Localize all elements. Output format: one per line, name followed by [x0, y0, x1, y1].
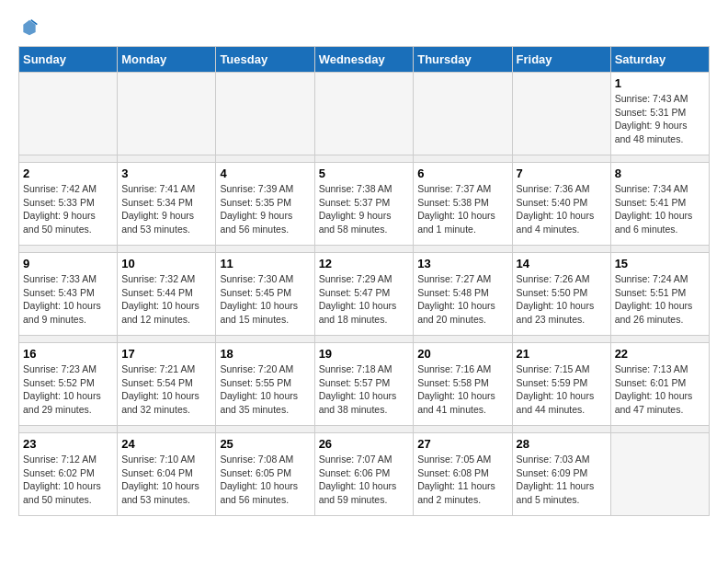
calendar-week-1: 1Sunrise: 7:43 AM Sunset: 5:31 PM Daylig…: [19, 73, 710, 155]
calendar-week-5: 23Sunrise: 7:12 AM Sunset: 6:02 PM Dayli…: [19, 433, 710, 516]
day-number: 10: [121, 257, 211, 270]
day-info: Sunrise: 7:42 AM Sunset: 5:33 PM Dayligh…: [23, 182, 113, 236]
calendar-cell: 13Sunrise: 7:27 AM Sunset: 5:48 PM Dayli…: [414, 253, 512, 336]
day-number: 7: [517, 167, 607, 180]
weekday-header-wednesday: Wednesday: [314, 47, 414, 73]
day-info: Sunrise: 7:23 AM Sunset: 5:52 PM Dayligh…: [23, 362, 113, 417]
calendar-cell: [118, 73, 216, 155]
day-info: Sunrise: 7:41 AM Sunset: 5:34 PM Dayligh…: [121, 182, 211, 236]
week-separator: [19, 155, 710, 163]
calendar-week-3: 9Sunrise: 7:33 AM Sunset: 5:43 PM Daylig…: [19, 253, 710, 336]
day-info: Sunrise: 7:10 AM Sunset: 6:04 PM Dayligh…: [121, 453, 211, 507]
calendar-cell: 3Sunrise: 7:41 AM Sunset: 5:34 PM Daylig…: [118, 163, 216, 246]
calendar-week-2: 2Sunrise: 7:42 AM Sunset: 5:33 PM Daylig…: [19, 163, 710, 246]
day-number: 4: [220, 167, 310, 180]
calendar-cell: 6Sunrise: 7:37 AM Sunset: 5:38 PM Daylig…: [414, 163, 512, 246]
week-separator: [19, 336, 710, 343]
day-info: Sunrise: 7:15 AM Sunset: 5:59 PM Dayligh…: [517, 362, 607, 417]
day-info: Sunrise: 7:39 AM Sunset: 5:35 PM Dayligh…: [220, 182, 310, 236]
day-number: 22: [615, 347, 705, 361]
weekday-header-thursday: Thursday: [414, 47, 512, 73]
day-info: Sunrise: 7:03 AM Sunset: 6:09 PM Dayligh…: [517, 453, 607, 507]
day-info: Sunrise: 7:21 AM Sunset: 5:54 PM Dayligh…: [121, 362, 211, 417]
calendar-cell: [19, 73, 118, 155]
day-info: Sunrise: 7:34 AM Sunset: 5:41 PM Dayligh…: [615, 182, 705, 236]
calendar-cell: 10Sunrise: 7:32 AM Sunset: 5:44 PM Dayli…: [118, 253, 216, 336]
day-number: 16: [23, 347, 113, 361]
calendar-cell: 7Sunrise: 7:36 AM Sunset: 5:40 PM Daylig…: [512, 163, 610, 246]
day-info: Sunrise: 7:27 AM Sunset: 5:48 PM Dayligh…: [417, 272, 507, 327]
calendar-cell: 22Sunrise: 7:13 AM Sunset: 6:01 PM Dayli…: [610, 343, 709, 426]
day-info: Sunrise: 7:12 AM Sunset: 6:02 PM Dayligh…: [23, 453, 113, 507]
day-number: 21: [517, 347, 607, 361]
calendar-cell: 19Sunrise: 7:18 AM Sunset: 5:57 PM Dayli…: [314, 343, 414, 426]
calendar-cell: [414, 73, 512, 155]
calendar-week-4: 16Sunrise: 7:23 AM Sunset: 5:52 PM Dayli…: [19, 343, 710, 426]
week-separator: [19, 246, 710, 253]
day-number: 26: [319, 437, 410, 451]
day-info: Sunrise: 7:16 AM Sunset: 5:58 PM Dayligh…: [417, 362, 507, 417]
calendar-cell: 26Sunrise: 7:07 AM Sunset: 6:06 PM Dayli…: [314, 433, 414, 516]
day-info: Sunrise: 7:20 AM Sunset: 5:55 PM Dayligh…: [220, 362, 310, 417]
day-number: 13: [417, 257, 507, 270]
day-info: Sunrise: 7:24 AM Sunset: 5:51 PM Dayligh…: [615, 272, 705, 327]
day-number: 23: [23, 437, 113, 451]
calendar-cell: 2Sunrise: 7:42 AM Sunset: 5:33 PM Daylig…: [19, 163, 118, 246]
day-number: 27: [417, 437, 507, 451]
weekday-header-friday: Friday: [512, 47, 610, 73]
day-number: 9: [23, 257, 113, 270]
calendar-cell: 11Sunrise: 7:30 AM Sunset: 5:45 PM Dayli…: [216, 253, 314, 336]
calendar-cell: 20Sunrise: 7:16 AM Sunset: 5:58 PM Dayli…: [414, 343, 512, 426]
day-info: Sunrise: 7:30 AM Sunset: 5:45 PM Dayligh…: [220, 272, 310, 327]
day-number: 2: [23, 167, 113, 180]
day-info: Sunrise: 7:37 AM Sunset: 5:38 PM Dayligh…: [417, 182, 507, 236]
day-number: 3: [121, 167, 211, 180]
day-number: 11: [220, 257, 310, 270]
day-info: Sunrise: 7:18 AM Sunset: 5:57 PM Dayligh…: [319, 362, 410, 417]
calendar-cell: 24Sunrise: 7:10 AM Sunset: 6:04 PM Dayli…: [118, 433, 216, 516]
week-separator: [19, 426, 710, 433]
day-number: 14: [517, 257, 607, 270]
day-number: 20: [417, 347, 507, 361]
calendar-cell: 14Sunrise: 7:26 AM Sunset: 5:50 PM Dayli…: [512, 253, 610, 336]
day-number: 1: [615, 76, 705, 90]
day-number: 12: [319, 257, 410, 270]
weekday-header-tuesday: Tuesday: [216, 47, 314, 73]
weekday-header-saturday: Saturday: [610, 47, 709, 73]
calendar-cell: [512, 73, 610, 155]
logo: [18, 18, 39, 37]
day-info: Sunrise: 7:26 AM Sunset: 5:50 PM Dayligh…: [517, 272, 607, 327]
calendar-cell: 18Sunrise: 7:20 AM Sunset: 5:55 PM Dayli…: [216, 343, 314, 426]
calendar-cell: 17Sunrise: 7:21 AM Sunset: 5:54 PM Dayli…: [118, 343, 216, 426]
day-info: Sunrise: 7:13 AM Sunset: 6:01 PM Dayligh…: [615, 362, 705, 417]
day-info: Sunrise: 7:07 AM Sunset: 6:06 PM Dayligh…: [319, 453, 410, 507]
day-number: 17: [121, 347, 211, 361]
day-info: Sunrise: 7:32 AM Sunset: 5:44 PM Dayligh…: [121, 272, 211, 327]
day-info: Sunrise: 7:33 AM Sunset: 5:43 PM Dayligh…: [23, 272, 113, 327]
day-number: 19: [319, 347, 410, 361]
day-info: Sunrise: 7:38 AM Sunset: 5:37 PM Dayligh…: [319, 182, 410, 236]
day-number: 8: [615, 167, 705, 180]
day-number: 24: [121, 437, 211, 451]
day-number: 6: [417, 167, 507, 180]
weekday-header-monday: Monday: [118, 47, 216, 73]
calendar-cell: 15Sunrise: 7:24 AM Sunset: 5:51 PM Dayli…: [610, 253, 709, 336]
calendar-cell: 25Sunrise: 7:08 AM Sunset: 6:05 PM Dayli…: [216, 433, 314, 516]
calendar-cell: 1Sunrise: 7:43 AM Sunset: 5:31 PM Daylig…: [610, 73, 709, 155]
calendar-cell: 12Sunrise: 7:29 AM Sunset: 5:47 PM Dayli…: [314, 253, 414, 336]
calendar-cell: [610, 433, 709, 516]
calendar-table: SundayMondayTuesdayWednesdayThursdayFrid…: [18, 46, 710, 516]
day-info: Sunrise: 7:29 AM Sunset: 5:47 PM Dayligh…: [319, 272, 410, 327]
calendar-cell: 27Sunrise: 7:05 AM Sunset: 6:08 PM Dayli…: [414, 433, 512, 516]
calendar-cell: 23Sunrise: 7:12 AM Sunset: 6:02 PM Dayli…: [19, 433, 118, 516]
calendar-cell: 8Sunrise: 7:34 AM Sunset: 5:41 PM Daylig…: [610, 163, 709, 246]
day-number: 15: [615, 257, 705, 270]
day-number: 25: [220, 437, 310, 451]
day-number: 5: [319, 167, 410, 180]
calendar-cell: 9Sunrise: 7:33 AM Sunset: 5:43 PM Daylig…: [19, 253, 118, 336]
day-info: Sunrise: 7:08 AM Sunset: 6:05 PM Dayligh…: [220, 453, 310, 507]
day-info: Sunrise: 7:43 AM Sunset: 5:31 PM Dayligh…: [615, 92, 705, 146]
page-header: [18, 18, 710, 37]
calendar-cell: 5Sunrise: 7:38 AM Sunset: 5:37 PM Daylig…: [314, 163, 414, 246]
logo-icon: [20, 18, 39, 37]
